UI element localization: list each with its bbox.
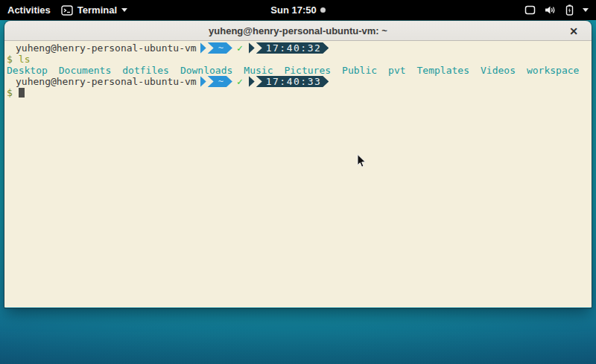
system-menu-button[interactable] [524,4,596,16]
chevron-down-icon [121,8,127,12]
prompt-line-1: yuheng@henry-personal-ubuntu-vm ~ ✓ 17:4… [7,42,592,54]
window-titlebar[interactable]: yuheng@henry-personal-ubuntu-vm: ~ ✕ [4,21,592,41]
clock[interactable]: Sun 17:50 [270,4,316,16]
prompt-symbol: $ [7,54,13,65]
terminal-app-icon [61,5,73,16]
prompt-time: 17:40:33 [256,76,329,87]
directory-name: workspace [527,65,579,76]
prompt-time: 17:40:32 [256,42,329,54]
terminal-cursor [19,88,25,98]
powerline-arrow-icon [249,42,255,54]
powerline-arrow-icon [200,42,206,54]
directory-name: Music [244,65,273,76]
directory-name: Pictures [284,65,331,76]
directory-name: Desktop [7,65,48,76]
powerline-arrow-icon [200,76,206,87]
mouse-cursor-icon [357,154,367,171]
window-title: yuheng@henry-personal-ubuntu-vm: ~ [209,25,387,36]
app-menu-label: Terminal [77,4,117,16]
powerline-arrow-icon [249,76,255,87]
ls-output-line: Desktop Documents dotfiles Downloads Mus… [7,65,592,76]
prompt-line-2: yuheng@henry-personal-ubuntu-vm ~ ✓ 17:4… [7,76,592,87]
input-line: $ [7,87,592,98]
prompt-symbol: $ [7,87,13,98]
directory-name: Videos [481,65,516,76]
prompt-user-host: yuheng@henry-personal-ubuntu-vm [16,76,197,87]
directory-name: dotfiles [122,65,169,76]
battery-charging-icon [565,4,574,16]
directory-name: Downloads [180,65,232,76]
typed-command: ls [19,54,31,65]
top-bar: Activities Terminal Sun 17:50 [0,0,596,20]
prompt-path-segment: ~ [208,76,232,87]
command-line: $ ls [7,54,592,65]
close-button[interactable]: ✕ [566,21,581,41]
activities-button[interactable]: Activities [7,4,51,16]
app-menu-terminal[interactable]: Terminal [61,4,127,16]
prompt-user-host: yuheng@henry-personal-ubuntu-vm [16,42,197,54]
directory-name: Public [342,65,377,76]
directory-name: Documents [59,65,111,76]
screen-icon [524,5,536,15]
terminal-body[interactable]: yuheng@henry-personal-ubuntu-vm ~ ✓ 17:4… [4,41,592,307]
status-check-icon: ✓ [237,42,243,54]
status-check-icon: ✓ [237,76,243,87]
directory-name: Templates [417,65,469,76]
volume-icon [545,5,557,15]
terminal-window: yuheng@henry-personal-ubuntu-vm: ~ ✕ yuh… [4,21,592,308]
recording-indicator-icon [320,7,326,13]
prompt-path-segment: ~ [208,42,232,54]
directory-name: pvt [388,65,405,76]
chevron-down-icon [583,8,589,12]
